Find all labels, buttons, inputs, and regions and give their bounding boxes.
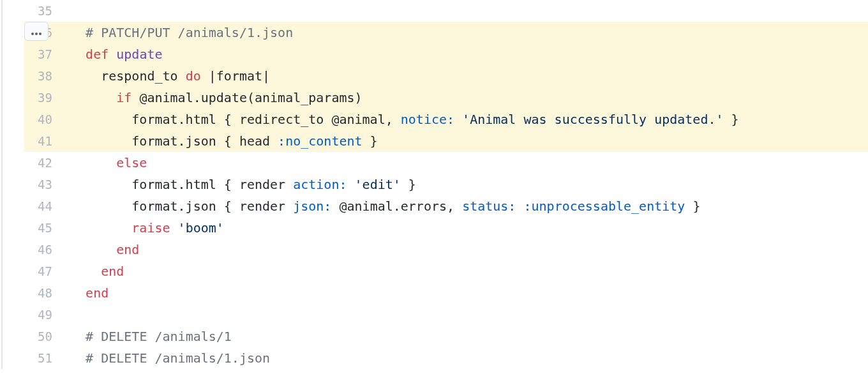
code-line[interactable]: 41 format.json { head :no_content } [24,130,868,152]
token-plain [347,177,355,192]
code-content: if @animal.update(animal_params) [70,87,868,109]
code-line[interactable]: 48 end [24,282,868,304]
token-str: 'boom' [178,220,224,236]
line-number[interactable]: 37 [24,43,70,65]
token-plain: @animal.errors, [331,199,462,214]
line-number[interactable]: 39 [24,87,70,109]
token-comment: # PATCH/PUT /animals/1.json [86,25,293,40]
token-raise: raise [131,220,170,236]
line-number[interactable]: 38 [24,65,70,87]
line-number[interactable]: 47 [24,260,70,282]
token-kw: end [86,285,108,301]
token-plain: @animal.update(animal_params) [131,90,362,105]
code-content: else [70,152,868,174]
code-line[interactable]: 51 # DELETE /animals/1.json [24,347,868,369]
code-content: # DELETE /animals/1 [70,326,868,347]
code-content: format.html { redirect_to @animal, notic… [70,109,868,130]
code-line[interactable]: 47 end [24,260,868,282]
token-str: 'Animal was successfully updated.' [462,112,723,127]
token-sym: json: [293,199,331,214]
code-content: format.html { render action: 'edit' } [70,174,868,195]
token-plain: format.json { head [131,133,278,149]
token-plain: format.html { render [131,177,293,192]
code-content: respond_to do |format| [70,65,868,87]
token-str: 'edit' [355,177,401,192]
token-kw: end [116,242,139,257]
svg-point-1 [35,33,38,35]
token-plain: } [401,177,416,192]
code-content: end [70,260,868,282]
code-content: format.json { head :no_content } [70,130,868,152]
code-line[interactable]: 40 format.html { redirect_to @animal, no… [24,109,868,130]
token-comment: # DELETE /animals/1.json [86,350,270,366]
line-number[interactable]: 42 [24,152,70,174]
code-view: 3536 # PATCH/PUT /animals/1.json37 def u… [1,0,868,369]
code-line[interactable]: 44 format.json { render json: @animal.er… [24,195,868,217]
code-content: # PATCH/PUT /animals/1.json [70,22,868,43]
token-sym: notice: [401,112,454,127]
token-kw: do [186,68,201,84]
token-sym: status: [462,199,516,214]
token-sym: :no_content [278,133,362,149]
token-plain: } [363,133,378,149]
token-plain [454,112,462,127]
svg-point-0 [31,33,34,35]
code-line[interactable]: 36 # PATCH/PUT /animals/1.json [24,22,868,43]
code-line[interactable]: 39 if @animal.update(animal_params) [24,87,868,109]
token-plain [516,199,523,214]
svg-point-2 [39,33,41,35]
code-line[interactable]: 42 else [24,152,868,174]
line-number[interactable]: 35 [24,0,70,22]
code-content: # DELETE /animals/1.json [70,347,868,369]
token-plain: |format| [201,68,270,84]
line-number[interactable]: 44 [24,195,70,217]
line-number[interactable]: 45 [24,217,70,239]
code-content: end [70,239,868,260]
token-kw: if [116,90,131,105]
line-number[interactable]: 41 [24,130,70,152]
token-plain: format.json { render [131,199,293,214]
token-plain: respond_to [101,68,185,84]
code-line[interactable]: 37 def update [24,43,868,65]
line-number[interactable]: 48 [24,282,70,304]
code-line[interactable]: 46 end [24,239,868,260]
token-plain: } [724,112,739,127]
code-line[interactable]: 50 # DELETE /animals/1 [24,326,868,347]
token-kw: else [116,155,147,170]
code-content: end [70,282,868,304]
line-number[interactable]: 43 [24,174,70,195]
token-plain: } [685,199,700,214]
line-number[interactable]: 46 [24,239,70,260]
code-line[interactable]: 35 [24,0,868,22]
code-line[interactable]: 43 format.html { render action: 'edit' } [24,174,868,195]
ellipsis-icon [31,24,42,39]
code-content: def update [70,43,868,65]
line-number[interactable]: 50 [24,326,70,347]
token-plain [170,220,178,236]
token-comment: # DELETE /animals/1 [86,329,232,344]
line-number[interactable]: 51 [24,347,70,369]
token-sym: action: [293,177,347,192]
line-number[interactable]: 40 [24,109,70,130]
token-kw: def [86,47,116,62]
token-kw: end [101,264,124,279]
more-actions-button[interactable] [24,22,49,41]
code-content: raise 'boom' [70,217,868,239]
code-content: format.json { render json: @animal.error… [70,195,868,217]
code-line[interactable]: 45 raise 'boom' [24,217,868,239]
code-line[interactable]: 38 respond_to do |format| [24,65,868,87]
line-number[interactable]: 49 [24,304,70,326]
token-plain: format.html { redirect_to @animal, [131,112,400,127]
token-def: update [116,47,162,62]
code-line[interactable]: 49 [24,304,868,326]
token-sym: :unprocessable_entity [523,199,685,214]
